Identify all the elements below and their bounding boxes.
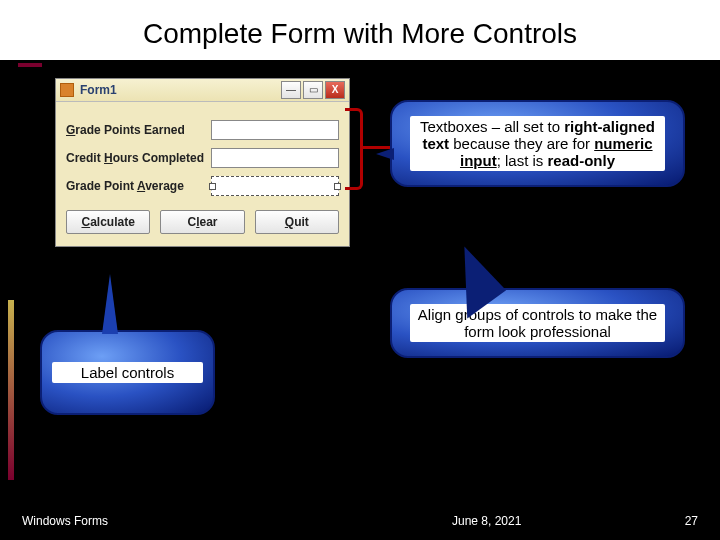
footer-left: Windows Forms [22,514,108,528]
callout-align: Align groups of controls to make the for… [390,288,685,358]
callout-text: Textboxes – all set to [420,118,564,135]
titlebar: Form1 — ▭ X [56,79,349,102]
textbox-grade-points[interactable] [211,120,339,140]
textbox-gpa-readonly [211,176,339,196]
quit-button[interactable]: Quit [255,210,339,234]
callout-textboxes: Textboxes – all set to right-aligned tex… [390,100,685,187]
textbox-credit-hours[interactable] [211,148,339,168]
bracket-icon [345,108,363,190]
app-icon [60,83,74,97]
close-button[interactable]: X [325,81,345,99]
footer-page: 27 [685,514,698,528]
footer-date: June 8, 2021 [452,514,521,528]
callout-labels: Label controls [40,330,215,415]
callout-labels-text: Label controls [52,362,203,383]
minimize-button[interactable]: — [281,81,301,99]
footer: Windows Forms June 8, 2021 27 [22,514,698,528]
label-grade-points: Grade Points Earned [66,123,211,137]
window-title: Form1 [80,83,281,97]
callout-align-text: Align groups of controls to make the for… [410,304,665,342]
label-gpa: Grade Point Average [66,179,211,193]
maximize-button[interactable]: ▭ [303,81,323,99]
calculate-button[interactable]: Calculate [66,210,150,234]
accent-bar [18,63,42,67]
clear-button[interactable]: Clear [160,210,244,234]
label-credit-hours: Credit Hours Completed [66,151,211,165]
form-window: Form1 — ▭ X Grade Points Earned Credit H… [55,78,350,247]
slide-title: Complete Form with More Controls [0,10,720,58]
accent-bar-vertical [8,300,14,480]
